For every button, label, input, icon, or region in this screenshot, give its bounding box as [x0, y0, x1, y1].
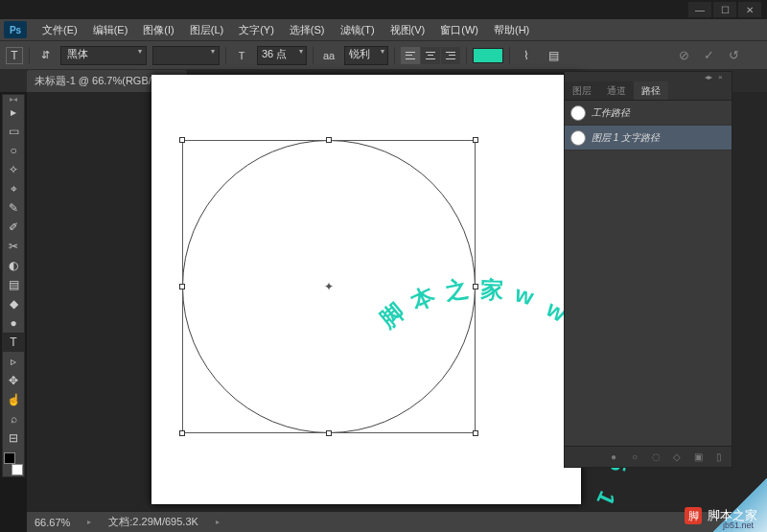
cancel-icon[interactable]: ⊘	[675, 47, 692, 64]
menu-layer[interactable]: 图层(L)	[182, 23, 231, 37]
window-minimize-button[interactable]: —	[688, 2, 711, 17]
watermark-logo-icon: 脚	[685, 507, 702, 524]
tools-panel: ▸◂ ▸ ▭ ○ ✧ ⌖ ✎ ✐ ✂ ◐ ▤ ◆ ● T ▹ ✥ ☝ ⌕ ⊟	[2, 94, 25, 477]
watermark-url: jb51.net	[723, 520, 754, 530]
transform-handle[interactable]	[473, 137, 478, 143]
gradient-tool[interactable]: ▤	[3, 275, 24, 294]
separator	[394, 47, 395, 64]
menu-type[interactable]: 文字(Y)	[231, 23, 282, 37]
app-logo: Ps	[4, 21, 27, 38]
window-close-button[interactable]: ✕	[738, 2, 761, 17]
doc-info[interactable]: 文档:2.29M/695.3K	[108, 515, 198, 529]
stamp-tool[interactable]: ✂	[3, 237, 24, 256]
new-path-icon[interactable]: ▣	[691, 451, 705, 464]
window-maximize-button[interactable]: ☐	[713, 2, 736, 17]
panel-close-icon[interactable]: ×	[718, 73, 728, 81]
separator	[313, 47, 314, 64]
tab-channels[interactable]: 通道	[599, 81, 634, 100]
separator	[466, 47, 467, 64]
make-work-path-icon[interactable]: ◇	[670, 451, 684, 464]
dodge-tool[interactable]: ◆	[3, 294, 24, 313]
transform-bounding-box[interactable]: ✦	[182, 140, 476, 433]
text-char: w	[512, 280, 537, 311]
align-right-button[interactable]	[441, 47, 460, 64]
reset-icon[interactable]: ↺	[725, 47, 742, 64]
menu-file[interactable]: 文件(E)	[35, 23, 85, 37]
zoom-tool[interactable]: ⌕	[3, 409, 24, 428]
foreground-color[interactable]	[4, 452, 15, 464]
tab-paths[interactable]: 路径	[634, 81, 668, 100]
path-row[interactable]: 工作路径	[565, 101, 732, 126]
panel-handle-icon[interactable]: ▸◂	[3, 95, 24, 103]
edit-toolbar[interactable]: ⊟	[3, 428, 24, 448]
paths-panel: ◂▸ × 图层 通道 路径 工作路径 图层 1 文字路径 ● ○ ◌ ◇ ▣ ▯	[564, 71, 732, 468]
doc-info-caret-icon[interactable]: ▸	[216, 518, 220, 526]
align-center-button[interactable]	[421, 47, 440, 64]
menu-select[interactable]: 选择(S)	[282, 23, 333, 37]
font-style-dropdown[interactable]	[152, 46, 220, 65]
path-thumbnail	[570, 105, 586, 121]
menu-window[interactable]: 窗口(W)	[432, 23, 486, 37]
transform-handle[interactable]	[473, 430, 478, 436]
fill-path-icon[interactable]: ●	[607, 451, 620, 464]
tab-layers[interactable]: 图层	[565, 81, 599, 100]
crop-tool[interactable]: ⌖	[3, 179, 24, 198]
background-color[interactable]	[12, 464, 23, 475]
align-left-button[interactable]	[401, 47, 420, 64]
font-size-field[interactable]: 36 点	[257, 46, 307, 65]
transform-handle[interactable]	[326, 430, 332, 436]
zoom-level[interactable]: 66.67%	[35, 517, 70, 528]
path-label: 工作路径	[592, 106, 630, 120]
hand-tool[interactable]: ☝	[3, 390, 24, 409]
transform-handle[interactable]	[179, 430, 185, 436]
transform-handle[interactable]	[179, 284, 185, 289]
pen-tool[interactable]: ●	[3, 313, 24, 333]
font-family-dropdown[interactable]: 黑体	[60, 46, 147, 65]
document-canvas[interactable]: 脚本之家www.jb51.net ✦	[151, 75, 581, 504]
character-panel-icon[interactable]: ▤	[543, 48, 564, 63]
text-color-swatch[interactable]	[473, 48, 503, 63]
shape-tool[interactable]: ✥	[3, 371, 24, 390]
separator	[509, 47, 510, 64]
font-size-icon: T	[232, 47, 251, 64]
anti-alias-icon: aa	[319, 47, 338, 64]
tool-preset-picker[interactable]: T	[6, 47, 23, 64]
lasso-tool[interactable]: ○	[3, 141, 24, 160]
options-bar: T ⇵ 黑体 T 36 点 aa 锐利 ⌇ ▤ ⊘ ✓ ↺	[0, 40, 767, 69]
menu-view[interactable]: 视图(V)	[383, 23, 433, 37]
zoom-caret-icon[interactable]: ▸	[87, 518, 91, 526]
transform-handle[interactable]	[326, 137, 332, 143]
path-to-selection-icon[interactable]: ◌	[649, 451, 662, 464]
path-row[interactable]: 图层 1 文字路径	[565, 126, 732, 150]
menu-filter[interactable]: 滤镜(T)	[333, 23, 383, 37]
foreground-background-colors[interactable]	[3, 451, 24, 476]
eraser-tool[interactable]: ◐	[3, 256, 24, 275]
menu-edit[interactable]: 编辑(E)	[85, 23, 136, 37]
path-thumbnail	[570, 130, 586, 146]
menu-help[interactable]: 帮助(H)	[486, 23, 537, 37]
marquee-tool[interactable]: ▭	[3, 122, 24, 141]
move-tool[interactable]: ▸	[3, 103, 24, 122]
type-tool[interactable]: T	[3, 333, 24, 352]
menu-image[interactable]: 图像(I)	[135, 23, 181, 37]
transform-handle[interactable]	[473, 284, 478, 289]
transform-handle[interactable]	[179, 137, 185, 143]
separator	[225, 47, 226, 64]
separator	[29, 47, 30, 64]
orientation-icon[interactable]: ⇵	[35, 47, 55, 64]
text-char: 1	[592, 487, 621, 510]
panel-collapse-icon[interactable]: ◂▸	[705, 73, 714, 81]
path-select-tool[interactable]: ▹	[3, 352, 24, 371]
delete-path-icon[interactable]: ▯	[712, 451, 726, 464]
warp-text-icon[interactable]: ⌇	[516, 48, 537, 63]
anti-alias-dropdown[interactable]: 锐利	[344, 46, 388, 65]
stroke-path-icon[interactable]: ○	[628, 451, 641, 464]
commit-icon[interactable]: ✓	[700, 47, 717, 64]
brush-tool[interactable]: ✐	[3, 218, 24, 237]
transform-center-icon[interactable]: ✦	[324, 280, 334, 293]
eyedropper-tool[interactable]: ✎	[3, 198, 24, 218]
path-label: 图层 1 文字路径	[592, 131, 660, 145]
text-char: 家	[480, 274, 504, 306]
status-bar: 66.67% ▸ 文档:2.29M/695.3K ▸	[27, 511, 767, 532]
wand-tool[interactable]: ✧	[3, 160, 24, 179]
